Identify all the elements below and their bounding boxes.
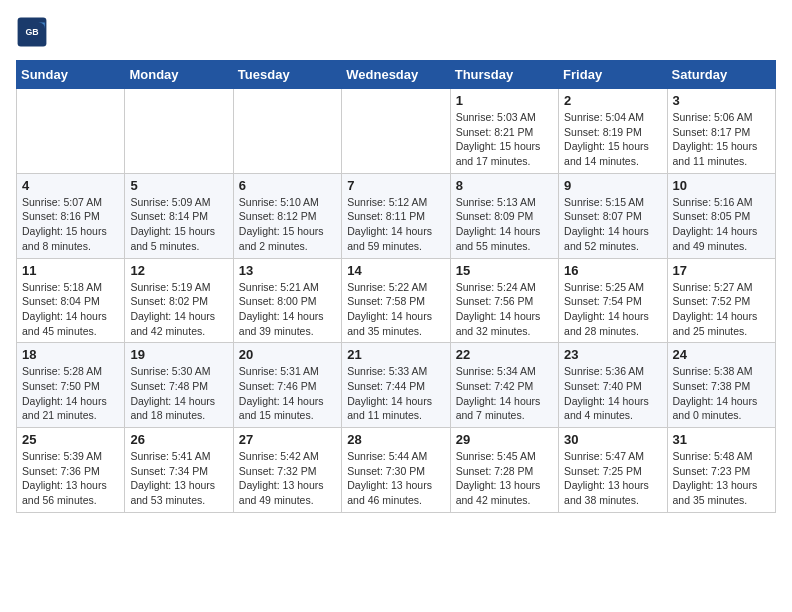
calendar-cell: 19Sunrise: 5:30 AM Sunset: 7:48 PM Dayli… [125,343,233,428]
calendar-cell: 24Sunrise: 5:38 AM Sunset: 7:38 PM Dayli… [667,343,775,428]
day-number: 24 [673,347,770,362]
weekday-header: Saturday [667,61,775,89]
calendar-cell: 28Sunrise: 5:44 AM Sunset: 7:30 PM Dayli… [342,428,450,513]
day-info: Sunrise: 5:38 AM Sunset: 7:38 PM Dayligh… [673,364,770,423]
calendar-table: SundayMondayTuesdayWednesdayThursdayFrid… [16,60,776,513]
day-number: 10 [673,178,770,193]
day-number: 22 [456,347,553,362]
calendar-cell: 25Sunrise: 5:39 AM Sunset: 7:36 PM Dayli… [17,428,125,513]
calendar-cell: 26Sunrise: 5:41 AM Sunset: 7:34 PM Dayli… [125,428,233,513]
calendar-cell: 15Sunrise: 5:24 AM Sunset: 7:56 PM Dayli… [450,258,558,343]
day-info: Sunrise: 5:39 AM Sunset: 7:36 PM Dayligh… [22,449,119,508]
calendar-cell: 14Sunrise: 5:22 AM Sunset: 7:58 PM Dayli… [342,258,450,343]
calendar-cell [17,89,125,174]
day-number: 3 [673,93,770,108]
day-number: 30 [564,432,661,447]
day-info: Sunrise: 5:19 AM Sunset: 8:02 PM Dayligh… [130,280,227,339]
day-info: Sunrise: 5:34 AM Sunset: 7:42 PM Dayligh… [456,364,553,423]
logo: GB [16,16,52,48]
calendar-cell: 11Sunrise: 5:18 AM Sunset: 8:04 PM Dayli… [17,258,125,343]
calendar-cell: 31Sunrise: 5:48 AM Sunset: 7:23 PM Dayli… [667,428,775,513]
day-info: Sunrise: 5:12 AM Sunset: 8:11 PM Dayligh… [347,195,444,254]
calendar-cell: 20Sunrise: 5:31 AM Sunset: 7:46 PM Dayli… [233,343,341,428]
day-number: 4 [22,178,119,193]
day-info: Sunrise: 5:21 AM Sunset: 8:00 PM Dayligh… [239,280,336,339]
calendar-cell: 29Sunrise: 5:45 AM Sunset: 7:28 PM Dayli… [450,428,558,513]
weekday-header: Thursday [450,61,558,89]
day-info: Sunrise: 5:25 AM Sunset: 7:54 PM Dayligh… [564,280,661,339]
day-number: 13 [239,263,336,278]
day-number: 25 [22,432,119,447]
weekday-header: Tuesday [233,61,341,89]
day-info: Sunrise: 5:24 AM Sunset: 7:56 PM Dayligh… [456,280,553,339]
weekday-header: Friday [559,61,667,89]
weekday-header: Sunday [17,61,125,89]
calendar-cell: 22Sunrise: 5:34 AM Sunset: 7:42 PM Dayli… [450,343,558,428]
day-number: 28 [347,432,444,447]
day-number: 17 [673,263,770,278]
calendar-cell: 7Sunrise: 5:12 AM Sunset: 8:11 PM Daylig… [342,173,450,258]
calendar-cell: 2Sunrise: 5:04 AM Sunset: 8:19 PM Daylig… [559,89,667,174]
svg-text:GB: GB [25,27,38,37]
day-info: Sunrise: 5:33 AM Sunset: 7:44 PM Dayligh… [347,364,444,423]
day-info: Sunrise: 5:18 AM Sunset: 8:04 PM Dayligh… [22,280,119,339]
day-number: 21 [347,347,444,362]
day-number: 20 [239,347,336,362]
day-info: Sunrise: 5:15 AM Sunset: 8:07 PM Dayligh… [564,195,661,254]
day-info: Sunrise: 5:36 AM Sunset: 7:40 PM Dayligh… [564,364,661,423]
day-number: 23 [564,347,661,362]
day-info: Sunrise: 5:07 AM Sunset: 8:16 PM Dayligh… [22,195,119,254]
day-info: Sunrise: 5:04 AM Sunset: 8:19 PM Dayligh… [564,110,661,169]
day-number: 29 [456,432,553,447]
page-header: GB [16,16,776,48]
day-number: 9 [564,178,661,193]
day-info: Sunrise: 5:06 AM Sunset: 8:17 PM Dayligh… [673,110,770,169]
day-info: Sunrise: 5:42 AM Sunset: 7:32 PM Dayligh… [239,449,336,508]
day-info: Sunrise: 5:30 AM Sunset: 7:48 PM Dayligh… [130,364,227,423]
day-info: Sunrise: 5:41 AM Sunset: 7:34 PM Dayligh… [130,449,227,508]
calendar-cell: 13Sunrise: 5:21 AM Sunset: 8:00 PM Dayli… [233,258,341,343]
calendar-cell: 17Sunrise: 5:27 AM Sunset: 7:52 PM Dayli… [667,258,775,343]
day-number: 5 [130,178,227,193]
calendar-cell: 4Sunrise: 5:07 AM Sunset: 8:16 PM Daylig… [17,173,125,258]
calendar-cell: 1Sunrise: 5:03 AM Sunset: 8:21 PM Daylig… [450,89,558,174]
calendar-header: SundayMondayTuesdayWednesdayThursdayFrid… [17,61,776,89]
day-number: 11 [22,263,119,278]
day-number: 18 [22,347,119,362]
day-number: 6 [239,178,336,193]
calendar-cell: 30Sunrise: 5:47 AM Sunset: 7:25 PM Dayli… [559,428,667,513]
calendar-cell: 9Sunrise: 5:15 AM Sunset: 8:07 PM Daylig… [559,173,667,258]
calendar-cell: 6Sunrise: 5:10 AM Sunset: 8:12 PM Daylig… [233,173,341,258]
calendar-cell: 5Sunrise: 5:09 AM Sunset: 8:14 PM Daylig… [125,173,233,258]
day-number: 27 [239,432,336,447]
day-number: 16 [564,263,661,278]
logo-icon: GB [16,16,48,48]
day-info: Sunrise: 5:48 AM Sunset: 7:23 PM Dayligh… [673,449,770,508]
calendar-cell [233,89,341,174]
calendar-cell: 27Sunrise: 5:42 AM Sunset: 7:32 PM Dayli… [233,428,341,513]
day-number: 12 [130,263,227,278]
day-number: 8 [456,178,553,193]
calendar-cell: 23Sunrise: 5:36 AM Sunset: 7:40 PM Dayli… [559,343,667,428]
calendar-cell: 16Sunrise: 5:25 AM Sunset: 7:54 PM Dayli… [559,258,667,343]
calendar-cell: 10Sunrise: 5:16 AM Sunset: 8:05 PM Dayli… [667,173,775,258]
day-number: 19 [130,347,227,362]
day-info: Sunrise: 5:47 AM Sunset: 7:25 PM Dayligh… [564,449,661,508]
day-info: Sunrise: 5:31 AM Sunset: 7:46 PM Dayligh… [239,364,336,423]
day-number: 2 [564,93,661,108]
calendar-cell: 3Sunrise: 5:06 AM Sunset: 8:17 PM Daylig… [667,89,775,174]
day-info: Sunrise: 5:10 AM Sunset: 8:12 PM Dayligh… [239,195,336,254]
day-number: 7 [347,178,444,193]
day-number: 26 [130,432,227,447]
day-number: 1 [456,93,553,108]
day-info: Sunrise: 5:27 AM Sunset: 7:52 PM Dayligh… [673,280,770,339]
calendar-cell: 12Sunrise: 5:19 AM Sunset: 8:02 PM Dayli… [125,258,233,343]
weekday-header: Wednesday [342,61,450,89]
weekday-header: Monday [125,61,233,89]
day-info: Sunrise: 5:22 AM Sunset: 7:58 PM Dayligh… [347,280,444,339]
day-info: Sunrise: 5:03 AM Sunset: 8:21 PM Dayligh… [456,110,553,169]
calendar-cell [342,89,450,174]
day-number: 14 [347,263,444,278]
day-info: Sunrise: 5:13 AM Sunset: 8:09 PM Dayligh… [456,195,553,254]
day-info: Sunrise: 5:45 AM Sunset: 7:28 PM Dayligh… [456,449,553,508]
